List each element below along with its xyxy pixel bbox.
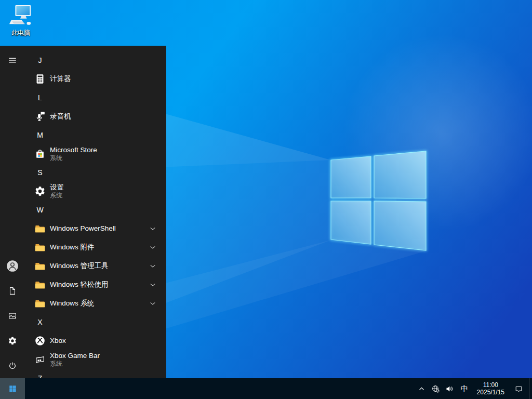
clock-button[interactable]: 11:00 2025/1/15 [473,378,509,399]
section-letter-label: L [34,94,46,102]
power-button[interactable] [0,353,25,378]
start-button[interactable] [0,378,25,399]
show-desktop-button[interactable] [529,378,532,399]
folder-item-windows-powershell[interactable]: Windows PowerShell [25,219,166,238]
folder-icon [34,223,46,234]
section-letter-label: W [34,206,46,214]
volume-button[interactable] [443,378,457,399]
chevron-down-icon [149,262,157,270]
microsoft-store-icon [34,148,46,159]
app-item-设置[interactable]: 设置系统 [25,182,166,201]
app-label: Microsoft Store [50,146,97,154]
folder-icon [34,298,46,309]
app-label: Windows 附件 [50,243,95,251]
system-tray: 中 11:00 2025/1/15 [415,378,532,399]
app-item-计算器[interactable]: 计算器 [25,70,166,88]
app-item-microsoft-store[interactable]: Microsoft Store系统 [25,144,166,163]
windows-start-icon [8,384,17,393]
hamburger-icon [8,56,17,65]
section-letter-label: Z [34,374,46,378]
settings-button[interactable] [0,328,25,353]
screen: 此电脑 J计算器L录音机MMicrosoft Store系统S设置系统WWind… [0,0,532,399]
app-label: Windows 管理工具 [50,262,109,270]
app-label-stack: Xbox Game Bar系统 [50,352,100,367]
section-letter-J[interactable]: J [25,51,166,70]
network-button[interactable] [429,378,443,399]
app-label: Windows 系统 [50,299,95,308]
app-label: Xbox [50,337,66,345]
app-sublabel: 系统 [50,192,64,199]
start-menu: J计算器L录音机MMicrosoft Store系统S设置系统WWindows … [0,46,166,378]
user-icon [6,259,19,273]
volume-icon [445,384,454,393]
folder-item-windows-管理工具[interactable]: Windows 管理工具 [25,257,166,275]
expand-menu-button[interactable] [0,48,25,73]
folder-icon [34,279,46,290]
section-letter-Z[interactable]: Z [25,369,166,378]
voice-recorder-icon [34,111,46,122]
app-sublabel: 系统 [50,154,97,162]
section-letter-label: J [34,56,46,64]
chevron-up-icon [417,384,426,393]
document-icon [8,286,17,296]
folder-icon [34,242,46,253]
ime-indicator-button[interactable]: 中 [457,378,473,399]
app-sublabel: 系统 [50,360,100,367]
folder-item-windows-轻松使用[interactable]: Windows 轻松使用 [25,275,166,294]
app-item-录音机[interactable]: 录音机 [25,107,166,126]
section-letter-W[interactable]: W [25,201,166,219]
app-label: Windows PowerShell [50,224,116,233]
this-pc-icon [9,4,33,28]
pictures-icon [8,311,17,321]
power-icon [8,361,17,370]
user-account-button[interactable] [0,254,25,278]
xbox-game-bar-icon [34,354,46,365]
clock-date: 2025/1/15 [477,389,504,396]
app-item-xbox[interactable]: Xbox [25,331,166,350]
section-letter-L[interactable]: L [25,88,166,107]
app-label-stack: Microsoft Store系统 [50,146,97,162]
section-letter-label: S [34,168,46,177]
clock-time: 11:00 [483,381,498,389]
section-letter-label: M [34,131,46,139]
network-no-internet-icon [431,384,440,393]
all-apps-list: J计算器L录音机MMicrosoft Store系统S设置系统WWindows … [25,46,166,378]
desktop-icon-label: 此电脑 [11,29,30,37]
pictures-button[interactable] [0,303,25,328]
chevron-down-icon [149,243,157,251]
section-letter-label: X [34,318,46,326]
app-label: Windows 轻松使用 [50,281,109,289]
chevron-down-icon [149,281,157,289]
rail-top-group [0,46,25,73]
section-letter-S[interactable]: S [25,163,166,182]
action-center-button[interactable] [509,378,529,399]
settings-icon [34,185,46,197]
app-label: 录音机 [50,112,71,121]
documents-button[interactable] [0,278,25,303]
folder-icon [34,260,46,272]
chevron-down-icon [149,224,157,233]
app-label: 计算器 [50,75,71,83]
rail-bottom-group [0,254,25,378]
section-letter-X[interactable]: X [25,313,166,331]
chevron-down-icon [149,299,157,308]
app-item-xbox-game-bar[interactable]: Xbox Game Bar系统 [25,350,166,369]
app-label: Xbox Game Bar [50,352,100,360]
app-label-stack: 设置系统 [50,183,64,199]
settings-icon [8,336,17,345]
calculator-icon [34,73,46,85]
start-menu-rail [0,46,25,378]
folder-item-windows-附件[interactable]: Windows 附件 [25,238,166,257]
taskbar: 中 11:00 2025/1/15 [0,378,532,399]
action-center-icon [514,384,523,393]
folder-item-windows-系统[interactable]: Windows 系统 [25,294,166,313]
xbox-icon [34,335,46,347]
app-label: 设置 [50,183,64,192]
show-hidden-icons-button[interactable] [415,378,429,399]
desktop-icon-this-pc[interactable]: 此电脑 [4,4,37,37]
section-letter-M[interactable]: M [25,126,166,144]
